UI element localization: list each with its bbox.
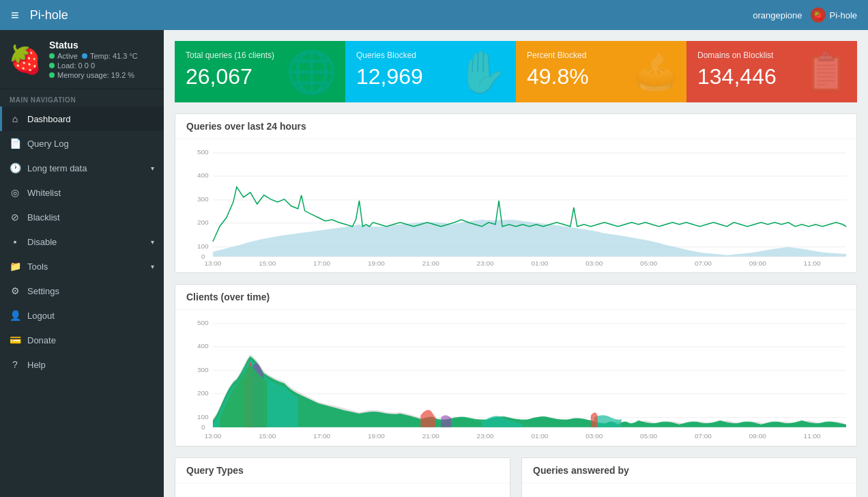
settings-label: Settings [27,286,59,296]
queries-chart-body: 500 400 300 200 100 0 13:00 15:0 [175,139,856,272]
load-label: Load: 0 0 0 [57,61,95,70]
queries-chart-panel: Queries over last 24 hours 500 400 300 2… [175,113,857,273]
clients-chart-svg: 500 400 300 200 100 0 [182,317,850,440]
svg-text:400: 400 [197,342,209,350]
active-label: Active [57,52,78,60]
svg-text:15:00: 15:00 [259,259,276,266]
instance-label: 🍓 Pi-hole [811,8,857,23]
svg-text:200: 200 [197,218,209,226]
tools-label: Tools [27,261,48,272]
svg-text:100: 100 [197,412,209,420]
sidebar-item-logout[interactable]: 👤 Logout [0,303,164,328]
sidebar-item-querylog[interactable]: 📄 Query Log [0,131,164,156]
chevron-down-icon: ▾ [151,165,154,172]
hamburger-button[interactable]: ≡ [11,8,19,23]
bottom-panels: Query Types Queries answered by [175,457,857,497]
blacklist-icon: ⊘ [10,212,20,223]
svg-text:13:00: 13:00 [204,431,221,439]
sidebar-status: 🍓 Status Active Temp: 41.3 °C Load: 0 0 … [0,30,164,89]
querylog-icon: 📄 [10,138,20,149]
sidebar-item-longterm[interactable]: 🕐 Long term data ▾ [0,156,164,180]
svg-text:05:00: 05:00 [640,431,657,439]
disable-label: Disable [27,237,57,247]
queries-answered-title: Queries answered by [522,458,856,483]
topnav: ≡ Pi-hole orangepione 🍓 Pi-hole [0,0,868,30]
status-title: Status [49,40,138,51]
svg-text:500: 500 [197,319,209,326]
svg-text:01:00: 01:00 [531,431,548,439]
blacklist-label: Blacklist [27,212,60,223]
svg-text:09:00: 09:00 [749,259,766,266]
query-types-title: Query Types [175,458,510,483]
whitelist-label: Whitelist [27,188,61,198]
settings-icon: ⚙ [10,285,20,296]
svg-text:400: 400 [197,171,209,179]
whitelist-icon: ◎ [10,187,20,198]
nav-section-label: MAIN NAVIGATION [0,89,164,106]
queries-answered-panel: Queries answered by [521,457,857,497]
svg-text:11:00: 11:00 [804,259,821,266]
queries-answered-body [522,483,856,497]
svg-text:300: 300 [197,365,209,373]
svg-text:23:00: 23:00 [477,259,494,266]
query-types-panel: Query Types [175,457,510,497]
svg-text:23:00: 23:00 [477,431,494,439]
chevron-down-icon-2: ▾ [151,238,154,246]
tools-icon: 📁 [10,261,20,272]
main-content: Total queries (16 clients) 26,067 🌐 Quer… [164,30,868,497]
svg-text:03:00: 03:00 [585,431,603,439]
sidebar-item-blacklist[interactable]: ⊘ Blacklist [0,205,164,229]
memory-label: Memory usage: 19.2 % [57,71,134,79]
stat-card-blocked: Queries Blocked 12,969 ✋ [345,41,516,102]
help-label: Help [27,360,46,370]
active-dot [49,53,55,59]
hand-icon: ✋ [457,48,508,96]
svg-text:05:00: 05:00 [640,259,657,266]
svg-text:17:00: 17:00 [313,259,330,266]
pi-icon: 🍓 [811,8,826,23]
queries-chart-title: Queries over last 24 hours [175,114,856,139]
svg-text:200: 200 [197,388,209,396]
sidebar-item-settings[interactable]: ⚙ Settings [0,279,164,303]
memory-dot [49,72,55,78]
disable-icon: ▪ [10,236,20,247]
sidebar: 🍓 Status Active Temp: 41.3 °C Load: 0 0 … [0,30,164,497]
query-types-body [175,483,510,497]
svg-text:01:00: 01:00 [531,259,548,266]
help-icon: ? [10,359,20,370]
sidebar-item-donate[interactable]: 💳 Donate [0,328,164,352]
sidebar-item-help[interactable]: ? Help [0,352,164,377]
svg-text:0: 0 [201,423,205,430]
sidebar-item-tools[interactable]: 📁 Tools ▾ [0,254,164,279]
sidebar-item-disable[interactable]: ▪ Disable ▾ [0,229,164,254]
username-label: orangepione [753,10,802,20]
longterm-icon: 🕐 [10,162,20,173]
svg-text:13:00: 13:00 [204,259,221,266]
queries-chart-svg: 500 400 300 200 100 0 13:00 15:0 [182,146,850,266]
sidebar-item-whitelist[interactable]: ◎ Whitelist [0,180,164,205]
app-title: Pi-hole [30,8,68,23]
dashboard-icon: ⌂ [10,113,20,124]
temp-label: Temp: 41.3 °C [90,52,138,60]
load-dot [49,63,55,68]
clients-chart-title: Clients (over time) [175,285,856,310]
logout-icon: 👤 [10,310,20,321]
svg-text:19:00: 19:00 [368,259,385,266]
svg-text:19:00: 19:00 [368,431,385,439]
svg-text:17:00: 17:00 [313,431,330,439]
stat-card-domains: Domains on Blocklist 134,446 📋 [686,41,857,102]
svg-text:300: 300 [197,195,209,203]
stat-card-percent: Percent Blocked 49.8% 🥧 [516,41,686,102]
donate-label: Donate [27,335,56,345]
donate-icon: 💳 [10,335,20,345]
svg-text:21:00: 21:00 [422,431,439,439]
clients-chart-panel: Clients (over time) 500 400 300 200 100 … [175,284,857,447]
clients-chart-body: 500 400 300 200 100 0 [175,310,856,446]
svg-text:07:00: 07:00 [695,259,712,266]
svg-text:100: 100 [197,242,209,250]
longterm-label: Long term data [27,163,87,173]
sidebar-item-dashboard[interactable]: ⌂ Dashboard [0,106,164,131]
svg-text:03:00: 03:00 [585,259,603,266]
dashboard-label: Dashboard [27,114,71,124]
pie-icon: 🥧 [633,51,678,94]
